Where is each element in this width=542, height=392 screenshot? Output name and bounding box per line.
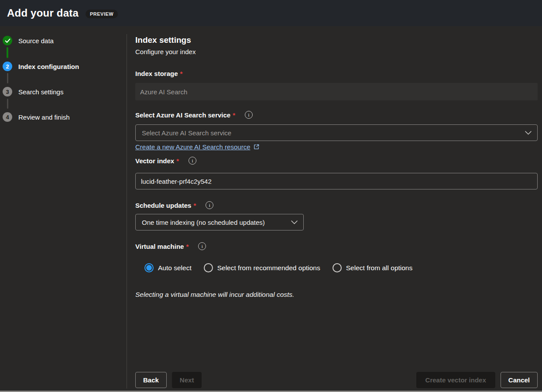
back-button[interactable]: Back — [135, 372, 167, 388]
chevron-down-icon — [291, 220, 298, 224]
radio-unselected-icon — [204, 263, 213, 272]
check-icon — [5, 38, 10, 43]
step-review-finish[interactable]: 4 Review and finish — [3, 112, 70, 122]
dropdown-value: One time indexing (no scheduled updates) — [142, 219, 265, 226]
vm-cost-note: Selecting a virtual machine will incur a… — [135, 291, 294, 299]
app-body: Source data 2 Index configuration 3 Sear… — [0, 26, 542, 392]
step-connector — [7, 99, 8, 109]
info-icon[interactable]: i — [245, 111, 253, 119]
step-label: Search settings — [18, 88, 63, 96]
radio-label: Select from all options — [346, 264, 413, 272]
dropdown-placeholder: Select Azure AI Search service — [142, 129, 231, 137]
chevron-down-icon — [525, 131, 532, 135]
search-service-label: Select Azure AI Search service — [135, 111, 230, 119]
vector-index-label: Vector index — [135, 157, 174, 165]
step-search-settings[interactable]: 3 Search settings — [3, 87, 63, 96]
vector-index-label-row: Vector index * i — [135, 157, 196, 165]
panel-subtitle: Configure your index — [135, 48, 196, 55]
step-completed-icon — [3, 36, 12, 45]
external-link-icon — [253, 144, 260, 150]
step-label: Index configuration — [18, 63, 79, 70]
create-vector-index-button[interactable]: Create vector index — [416, 372, 495, 388]
footer-left-buttons: Back Next — [135, 372, 202, 388]
required-marker: * — [193, 202, 196, 209]
radio-selected-icon — [144, 263, 154, 272]
required-marker: * — [186, 243, 189, 250]
required-marker: * — [176, 157, 179, 165]
search-service-dropdown[interactable]: Select Azure AI Search service — [135, 124, 538, 141]
create-search-resource-link[interactable]: Create a new Azure AI Search resource — [135, 143, 260, 151]
vector-index-input[interactable] — [135, 173, 538, 189]
step-connector — [7, 73, 8, 83]
step-number: 4 — [3, 112, 12, 122]
step-connector — [7, 47, 8, 58]
info-icon[interactable]: i — [206, 201, 213, 209]
radio-label: Select from recommended options — [217, 264, 320, 272]
preview-badge: PREVIEW — [86, 10, 118, 18]
radio-label: Auto select — [158, 264, 192, 272]
radio-auto-select[interactable]: Auto select — [144, 263, 192, 272]
index-storage-input[interactable] — [135, 83, 538, 100]
schedule-updates-label: Schedule updates — [135, 202, 191, 209]
footer-right-buttons: Create vector index Cancel — [416, 372, 538, 388]
virtual-machine-label: Virtual machine — [135, 243, 184, 250]
radio-unselected-icon — [333, 263, 342, 272]
cancel-button[interactable]: Cancel — [501, 372, 538, 388]
next-button[interactable]: Next — [172, 372, 202, 388]
info-icon[interactable]: i — [189, 157, 196, 165]
required-marker: * — [233, 111, 235, 119]
panel-title: Index settings — [135, 35, 191, 45]
virtual-machine-radio-group: Auto select Select from recommended opti… — [144, 263, 412, 272]
step-label: Review and finish — [18, 113, 70, 121]
info-icon[interactable]: i — [198, 242, 206, 250]
link-label: Create a new Azure AI Search resource — [135, 143, 250, 151]
search-service-label-row: Select Azure AI Search service * i — [135, 111, 253, 119]
radio-all-options[interactable]: Select from all options — [333, 263, 413, 272]
page-title: Add your data — [7, 7, 79, 19]
step-index-configuration[interactable]: 2 Index configuration — [3, 62, 79, 71]
required-marker: * — [180, 70, 183, 77]
index-storage-label: Index storage — [135, 70, 178, 77]
footer-actions: Back Next Create vector index Cancel — [135, 372, 538, 388]
step-source-data[interactable]: Source data — [3, 36, 54, 45]
index-settings-panel: Index settings Configure your index Inde… — [127, 26, 542, 392]
step-label: Source data — [18, 37, 54, 45]
radio-recommended-options[interactable]: Select from recommended options — [204, 263, 320, 272]
schedule-updates-label-row: Schedule updates * i — [135, 201, 213, 209]
app-header: Add your data PREVIEW — [0, 0, 542, 26]
step-number: 3 — [3, 87, 12, 96]
index-storage-label-row: Index storage * — [135, 70, 182, 77]
virtual-machine-label-row: Virtual machine * i — [135, 242, 206, 250]
schedule-updates-dropdown[interactable]: One time indexing (no scheduled updates) — [135, 214, 304, 230]
step-number: 2 — [3, 62, 12, 71]
